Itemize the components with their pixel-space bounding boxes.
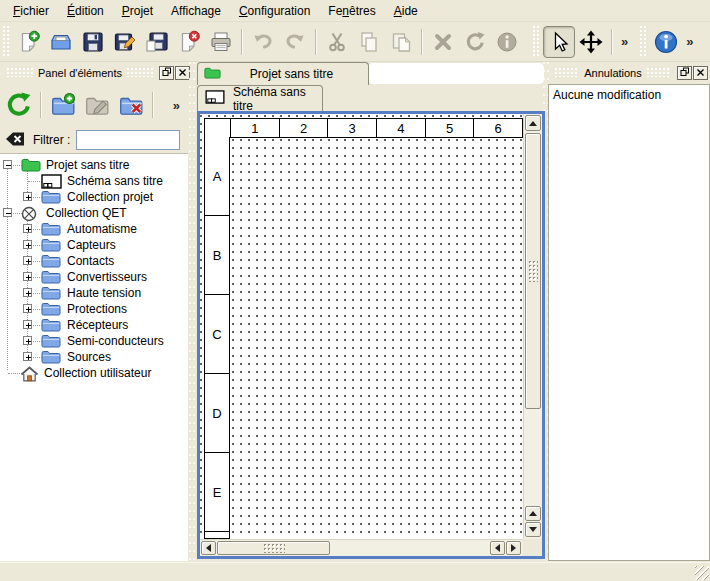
tree-item-collection-projet[interactable]: Collection projet: [0, 189, 188, 205]
resize-grip[interactable]: [695, 566, 709, 580]
print-button[interactable]: [205, 26, 237, 58]
menu-aide[interactable]: Aide: [385, 1, 427, 21]
toolbar-separator: [315, 29, 317, 55]
horizontal-scroll-thumb[interactable]: [217, 541, 330, 555]
expand-expander[interactable]: [23, 272, 32, 281]
undo-button[interactable]: [247, 26, 279, 58]
toolbar-overflow-button[interactable]: »: [682, 34, 697, 49]
tree-item-recepteurs[interactable]: Récepteurs: [0, 317, 188, 333]
toolbar-separator: [152, 92, 154, 118]
expand-expander[interactable]: [23, 320, 32, 329]
scroll-left-button-2[interactable]: [490, 541, 505, 555]
delete-button[interactable]: [427, 26, 459, 58]
tree-item-collection-utilisateur[interactable]: Collection utilisateur: [0, 365, 188, 381]
toolbar-drag-handle[interactable]: [640, 26, 647, 57]
vertical-scrollbar[interactable]: [523, 114, 542, 539]
expand-expander[interactable]: [23, 256, 32, 265]
scroll-up-button[interactable]: [525, 115, 541, 131]
cut-button[interactable]: [321, 26, 353, 58]
copy-button[interactable]: [353, 26, 385, 58]
element-info-button[interactable]: [491, 26, 523, 58]
paste-button[interactable]: [385, 26, 417, 58]
close-panel-button[interactable]: [693, 66, 708, 80]
save-as-button[interactable]: [109, 26, 141, 58]
tree-item-contacts[interactable]: Contacts: [0, 253, 188, 269]
menu-affichage[interactable]: Affichage: [162, 1, 230, 21]
expand-expander[interactable]: [23, 192, 32, 201]
delete-category-button[interactable]: [114, 88, 148, 122]
close-file-button[interactable]: [173, 26, 205, 58]
scroll-left-button[interactable]: [201, 541, 216, 555]
edit-category-button[interactable]: [80, 88, 114, 122]
tree-item-project[interactable]: Projet sans titre: [0, 157, 188, 173]
menu-fichier[interactable]: Fichier: [4, 1, 58, 21]
project-folder-icon: [21, 158, 41, 175]
save-button[interactable]: [77, 26, 109, 58]
clear-filter-button[interactable]: [4, 129, 26, 152]
tree-item-protections[interactable]: Protections: [0, 301, 188, 317]
tree-item-automatisme[interactable]: Automatisme: [0, 221, 188, 237]
menu-fenetres[interactable]: Fenêtres: [319, 1, 384, 21]
toolbar-separator: [611, 29, 613, 55]
toolbar-overflow-button[interactable]: »: [617, 34, 632, 49]
select-mode-button[interactable]: [543, 26, 575, 58]
row-label: D: [205, 374, 229, 453]
open-project-button[interactable]: [45, 26, 77, 58]
expand-expander[interactable]: [23, 304, 32, 313]
tree-item-capteurs[interactable]: Capteurs: [0, 237, 188, 253]
scroll-up-button-2[interactable]: [525, 506, 541, 521]
expand-expander[interactable]: [23, 224, 32, 233]
tree-item-schema[interactable]: Schéma sans titre: [0, 173, 188, 189]
menu-configuration[interactable]: Configuration: [230, 1, 319, 21]
tree-item-collection-qet[interactable]: Collection QET: [0, 205, 188, 221]
expand-expander[interactable]: [23, 288, 32, 297]
arrow-left-icon: [206, 544, 211, 552]
menu-projet[interactable]: Projet: [113, 1, 162, 21]
menu-bar: Fichier Édition Projet Affichage Configu…: [0, 0, 710, 22]
undo-panel-titlebar[interactable]: Annulations: [550, 64, 708, 81]
tree-item-sources[interactable]: Sources: [0, 349, 188, 365]
menu-edition[interactable]: Édition: [58, 1, 113, 21]
elements-panel-titlebar[interactable]: Panel d'éléments: [2, 64, 190, 81]
expand-expander[interactable]: [23, 352, 32, 361]
new-project-button[interactable]: [13, 26, 45, 58]
tree-item-semi-conducteurs[interactable]: Semi-conducteurs: [0, 333, 188, 349]
toolbar-drag-handle[interactable]: [533, 26, 540, 57]
toolbar-drag-handle[interactable]: [3, 26, 10, 57]
filter-input[interactable]: [76, 130, 180, 150]
tab-schema[interactable]: Schéma sans titre: [197, 85, 323, 111]
arrow-right-icon: [511, 544, 516, 552]
float-panel-button[interactable]: [159, 66, 174, 80]
expand-expander[interactable]: [23, 336, 32, 345]
tab-project[interactable]: Projet sans titre: [197, 62, 369, 85]
float-panel-button[interactable]: [677, 66, 692, 80]
vertical-scroll-thumb[interactable]: [525, 133, 541, 409]
new-category-button[interactable]: [46, 88, 80, 122]
collapse-expander[interactable]: [3, 208, 12, 217]
toolbar-separator: [241, 29, 243, 55]
tree-item-haute-tension[interactable]: Haute tension: [0, 285, 188, 301]
rotate-button[interactable]: [459, 26, 491, 58]
undo-icon: [251, 30, 275, 54]
horizontal-scrollbar[interactable]: [200, 539, 523, 556]
save-all-button[interactable]: [141, 26, 173, 58]
scroll-right-button[interactable]: [506, 541, 521, 555]
main-toolbar: » »: [0, 22, 710, 62]
collections-toolbar-overflow[interactable]: »: [169, 98, 184, 113]
reload-collections-button[interactable]: [2, 88, 36, 122]
arrow-down-icon: [529, 527, 537, 532]
close-panel-button[interactable]: [175, 66, 190, 80]
undo-list-item[interactable]: Aucune modification: [549, 85, 709, 105]
tree-item-convertisseurs[interactable]: Convertisseurs: [0, 269, 188, 285]
scroll-down-button[interactable]: [525, 522, 541, 537]
diagram-canvas[interactable]: 1 2 3 4 5 6 A B C D E: [200, 114, 523, 539]
diagram-view[interactable]: 1 2 3 4 5 6 A B C D E: [197, 111, 545, 559]
redo-button[interactable]: [279, 26, 311, 58]
undo-history-list[interactable]: Aucune modification: [548, 84, 710, 561]
open-folder-icon: [49, 30, 73, 54]
collapse-expander[interactable]: [3, 160, 12, 169]
splitter-left[interactable]: [189, 62, 195, 562]
move-mode-button[interactable]: [575, 26, 607, 58]
about-info-button[interactable]: [650, 26, 682, 58]
expand-expander[interactable]: [23, 240, 32, 249]
